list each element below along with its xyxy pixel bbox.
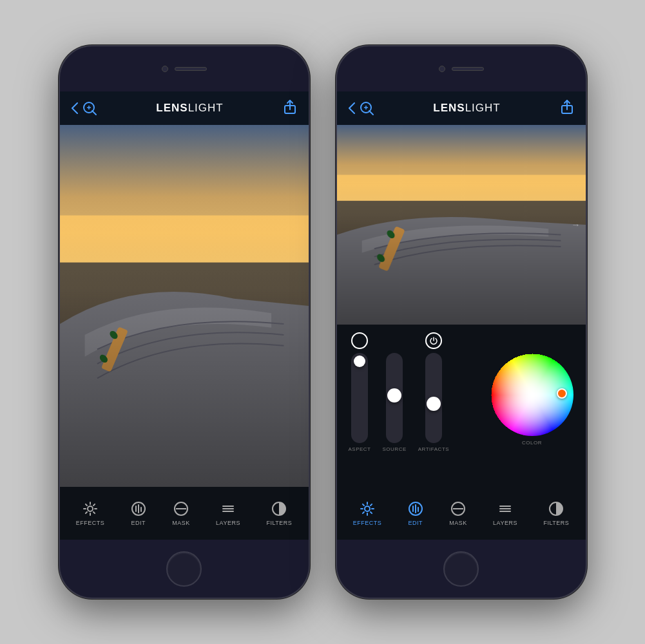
share-icon-right bbox=[560, 99, 574, 115]
svg-line-11 bbox=[93, 512, 95, 513]
app-title-left: LENSLIGHT bbox=[156, 102, 223, 115]
phone-right: LENSLIGHT → bbox=[336, 45, 587, 599]
toolbar-filters-left[interactable]: FILTERS bbox=[266, 501, 292, 526]
screen-right: LENSLIGHT → bbox=[337, 91, 586, 540]
filters-label-left: FILTERS bbox=[266, 520, 292, 526]
svg-line-37 bbox=[363, 512, 364, 513]
slider-aspect[interactable]: ASPECT bbox=[349, 332, 371, 452]
power-icon bbox=[429, 336, 438, 345]
toolbar-effects-left[interactable]: EFFECTS bbox=[76, 501, 105, 526]
home-button-right[interactable] bbox=[443, 551, 479, 587]
effects-label-left: EFFECTS bbox=[76, 520, 105, 526]
camera-dot-left bbox=[162, 66, 168, 72]
toolbar-edit-left[interactable]: EDIT bbox=[131, 501, 146, 526]
toolbar-mask-left[interactable]: MASK bbox=[172, 501, 190, 526]
color-wheel bbox=[490, 353, 574, 437]
camera-dot-right bbox=[439, 66, 445, 72]
filters-label-right: FILTERS bbox=[543, 520, 569, 526]
photo-canvas-left bbox=[60, 125, 309, 487]
svg-line-25 bbox=[369, 111, 373, 115]
phone-top-left bbox=[60, 46, 309, 91]
zoom-icon-left[interactable] bbox=[82, 100, 97, 116]
share-icon-left bbox=[283, 99, 297, 115]
svg-line-10 bbox=[86, 504, 87, 505]
color-wheel-section[interactable]: COLOR bbox=[490, 353, 574, 446]
app-title-right: LENSLIGHT bbox=[433, 102, 500, 115]
svg-line-34 bbox=[363, 504, 364, 505]
aspect-label: ASPECT bbox=[349, 446, 371, 452]
controls-panel-right: ASPECT SOURCE bbox=[337, 325, 586, 460]
toolbar-effects-right[interactable]: EFFECTS bbox=[353, 501, 382, 526]
photo-canvas-right bbox=[337, 125, 586, 325]
toolbar-mask-right[interactable]: MASK bbox=[449, 501, 467, 526]
svg-point-5 bbox=[88, 506, 93, 511]
speaker-right bbox=[452, 67, 484, 71]
edit-icon-right bbox=[408, 501, 423, 516]
nav-bar-left: LENSLIGHT bbox=[60, 91, 309, 125]
back-button-left[interactable] bbox=[72, 100, 97, 116]
sliders-section: ASPECT SOURCE bbox=[349, 332, 450, 452]
svg-line-12 bbox=[93, 504, 95, 505]
toolbar-layers-right[interactable]: LAYERS bbox=[493, 501, 517, 526]
speaker-left bbox=[175, 67, 207, 71]
source-slider-track bbox=[386, 353, 403, 443]
edit-icon-left bbox=[131, 501, 146, 516]
arrow-right-indicator: → bbox=[572, 220, 581, 230]
toolbar-right: EFFECTS EDIT MASK bbox=[337, 487, 586, 540]
phone-bottom-left bbox=[60, 540, 309, 598]
effects-icon-right bbox=[360, 501, 375, 516]
toolbar-left: EFFECTS EDIT MASK bbox=[60, 487, 309, 540]
layers-label-left: LAYERS bbox=[216, 520, 240, 526]
toolbar-edit-right[interactable]: EDIT bbox=[408, 501, 423, 526]
mask-icon-right bbox=[450, 501, 466, 516]
svg-line-13 bbox=[86, 512, 87, 513]
artifacts-slider-thumb bbox=[427, 397, 441, 411]
filters-icon-left bbox=[271, 501, 287, 516]
aspect-circle-icon bbox=[351, 332, 368, 349]
effects-icon-left bbox=[82, 501, 98, 516]
toolbar-layers-left[interactable]: LAYERS bbox=[216, 501, 240, 526]
aspect-slider-track bbox=[351, 353, 368, 443]
layers-icon-left bbox=[220, 501, 236, 516]
photo-right: → bbox=[337, 125, 586, 325]
color-label: COLOR bbox=[522, 440, 542, 446]
home-button-left[interactable] bbox=[166, 551, 202, 587]
phone-top-right bbox=[337, 46, 586, 91]
filters-icon-right bbox=[548, 501, 564, 516]
share-button-right[interactable] bbox=[560, 99, 574, 118]
svg-point-29 bbox=[365, 506, 370, 511]
chevron-left-icon-left bbox=[72, 102, 78, 114]
mask-icon-left bbox=[173, 501, 189, 516]
svg-line-1 bbox=[92, 111, 96, 115]
svg-line-36 bbox=[371, 504, 372, 505]
back-button-right[interactable] bbox=[349, 100, 374, 116]
phone-bottom-right bbox=[337, 540, 586, 598]
slider-artifacts[interactable]: ARTIFACTS bbox=[418, 332, 449, 452]
chevron-left-icon-right bbox=[349, 102, 355, 114]
toolbar-filters-right[interactable]: FILTERS bbox=[543, 501, 569, 526]
nav-bar-right: LENSLIGHT bbox=[337, 91, 586, 125]
source-label: SOURCE bbox=[383, 446, 407, 452]
layers-icon-right bbox=[497, 501, 513, 516]
artifacts-power-icon bbox=[425, 332, 442, 349]
mask-label-left: MASK bbox=[172, 520, 190, 526]
edit-label-right: EDIT bbox=[408, 520, 423, 526]
edit-label-left: EDIT bbox=[131, 520, 146, 526]
svg-line-35 bbox=[371, 512, 372, 513]
source-slider-thumb bbox=[387, 388, 401, 402]
photo-left bbox=[60, 125, 309, 487]
mask-label-right: MASK bbox=[449, 520, 467, 526]
slider-source[interactable]: SOURCE bbox=[383, 332, 407, 452]
color-wheel-dot bbox=[557, 388, 567, 399]
zoom-icon-right[interactable] bbox=[359, 100, 374, 116]
phone-left: LENSLIGHT bbox=[59, 45, 310, 599]
artifacts-label: ARTIFACTS bbox=[418, 446, 449, 452]
share-button-left[interactable] bbox=[283, 99, 297, 118]
aspect-slider-thumb bbox=[354, 355, 365, 367]
screen-left: LENSLIGHT bbox=[60, 91, 309, 540]
layers-label-right: LAYERS bbox=[493, 520, 517, 526]
effects-label-right: EFFECTS bbox=[353, 520, 382, 526]
artifacts-slider-track bbox=[425, 353, 442, 443]
